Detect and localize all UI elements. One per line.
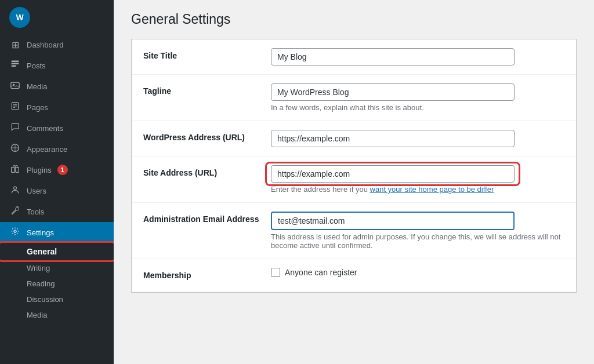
svg-rect-4 [12,65,16,67]
tools-icon [9,206,21,217]
sidebar-item-label: Tools [27,208,44,216]
field-label-site-address: Site Address (URL) [132,156,265,203]
table-row-site-address: Site Address (URL) Enter the address her… [132,156,576,203]
field-label-tagline: Tagline [132,75,265,121]
table-row-membership: Membership Anyone can register [132,259,576,292]
svg-text:W: W [16,13,24,22]
sidebar-item-tools[interactable]: Tools [0,201,114,222]
svg-point-14 [14,230,16,232]
site-address-desc-text: Enter the address here if you [271,185,370,194]
site-title-label: Site Title [143,51,177,60]
field-label-wp-address: WordPress Address (URL) [132,121,265,156]
sidebar-subitem-label: Media [27,311,47,319]
wp-address-input[interactable] [271,130,515,147]
pages-icon [9,101,21,113]
sidebar-item-plugins[interactable]: Plugins 1 [0,159,114,180]
sidebar-item-label: Posts [27,61,46,70]
sidebar-subitem-label: General [27,247,57,256]
svg-rect-5 [11,82,19,88]
svg-rect-2 [12,61,19,62]
main-content: General Settings Site Title Tagline [114,0,594,364]
sidebar-item-label: Media [27,82,47,91]
site-title-input[interactable] [271,48,515,65]
field-label-admin-email: Administration Email Address [132,203,265,259]
sidebar-item-label: Comments [27,124,63,133]
site-address-input[interactable] [271,165,515,183]
sidebar-item-label: Appearance [27,145,67,154]
sidebar-item-label: Dashboard [27,41,64,49]
sidebar-item-pages[interactable]: Pages [0,97,114,118]
membership-checkbox-text: Anyone can register [285,268,357,277]
admin-email-description: This address is used for admin purposes.… [271,232,564,250]
sidebar-item-label: Settings [27,228,54,237]
svg-rect-11 [12,168,15,173]
plugins-icon [9,164,21,176]
sidebar-subitem-label: Reading [27,279,55,288]
sidebar-item-users[interactable]: Users [0,180,114,201]
membership-label: Membership [143,271,191,280]
site-address-highlight [271,165,515,183]
field-label-site-title: Site Title [132,39,265,75]
comments-icon [9,122,21,134]
table-row-tagline: Tagline In a few words, explain what thi… [132,75,576,121]
wp-address-label: WordPress Address (URL) [143,133,245,142]
sidebar-item-dashboard[interactable]: ⊞ Dashboard [0,35,114,55]
settings-table: Site Title Tagline In a few words, expla… [132,39,576,292]
tagline-label: Tagline [143,86,171,96]
site-address-description: Enter the address here if you want your … [271,185,564,194]
sidebar-item-comments[interactable]: Comments [0,118,114,139]
sidebar-item-label: Plugins [27,166,52,174]
tagline-input[interactable] [271,83,515,101]
table-row-site-title: Site Title [132,39,576,75]
sidebar-item-appearance[interactable]: Appearance [0,139,114,159]
sidebar-subitem-general[interactable]: General [0,243,114,260]
appearance-icon [9,143,21,155]
sidebar-item-media[interactable]: Media [0,76,114,97]
sidebar-subitem-media[interactable]: Media [0,307,114,323]
plugins-badge: 1 [57,165,68,175]
tagline-description: In a few words, explain what this site i… [271,103,564,112]
field-label-membership: Membership [132,259,265,292]
table-row-wp-address: WordPress Address (URL) [132,121,576,156]
admin-email-label: Administration Email Address [143,214,259,224]
sidebar-item-settings[interactable]: Settings [0,222,114,243]
site-address-label: Site Address (URL) [143,168,217,177]
sidebar-item-label: Users [27,187,46,195]
membership-checkbox[interactable] [271,268,280,277]
page-title: General Settings [131,12,577,27]
svg-rect-3 [12,63,19,64]
sidebar-subitem-reading[interactable]: Reading [0,276,114,292]
admin-email-input[interactable] [271,212,515,230]
sidebar-subitem-label: Writing [27,264,50,272]
sidebar: W ⊞ Dashboard Posts Media Pages Comments… [0,0,114,364]
site-address-link[interactable]: want your site home page to be differ [370,185,494,194]
media-icon [9,81,21,92]
dashboard-icon: ⊞ [9,39,21,50]
sidebar-subitem-label: Discussion [27,295,63,304]
settings-icon [9,227,21,238]
sidebar-item-label: Pages [27,103,48,112]
svg-point-13 [14,187,17,190]
wp-logo: W [9,7,30,28]
posts-icon [9,60,21,71]
sidebar-item-posts[interactable]: Posts [0,55,114,76]
settings-form: Site Title Tagline In a few words, expla… [131,39,577,293]
table-row-admin-email: Administration Email Address This addres… [132,203,576,259]
sidebar-subitem-writing[interactable]: Writing [0,260,114,276]
users-icon [9,185,21,196]
wp-logo-area: W [0,0,114,35]
sidebar-subitem-discussion[interactable]: Discussion [0,292,114,307]
svg-rect-12 [16,168,19,173]
membership-checkbox-label[interactable]: Anyone can register [271,268,564,277]
